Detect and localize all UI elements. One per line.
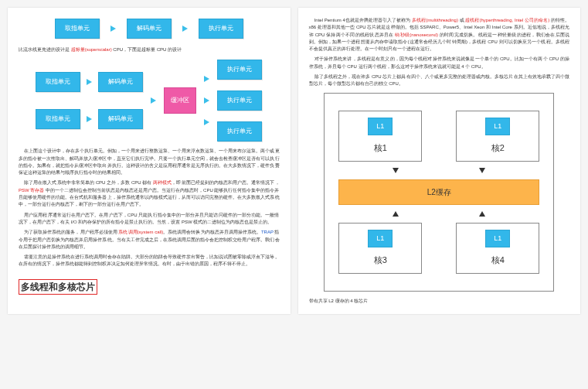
l1-cache: L1 [485, 230, 510, 248]
core-box: L1核1 [338, 111, 422, 162]
exec-unit: 执行单元 [217, 60, 262, 80]
arrow-icon [110, 26, 116, 32]
core-box: L1核4 [456, 223, 539, 274]
term-modes: 两种模式 [153, 180, 172, 185]
arrow-up-icon [479, 211, 485, 217]
decode-unit: 解码单元 [98, 109, 143, 129]
term-nanosecond: 纳秒级(nanosecond) [395, 32, 437, 37]
l2-cache: L2缓存 [338, 179, 539, 205]
paragraph: 在上面这个设计中，存在多个执行单元。例如，一个用来进行整数运算、一个用来浮点数运… [19, 148, 280, 176]
core-label: 核3 [374, 254, 387, 267]
term-superscalar: 超标量(superscalar) [71, 47, 112, 52]
arrow-icon [204, 76, 209, 82]
arrow-down-icon [393, 168, 399, 173]
fetch-unit: 取指单元 [36, 72, 80, 92]
arrow-icon [204, 119, 209, 125]
exec-unit: 执行单元 [217, 121, 262, 142]
text-line: 比流水线更先进的设计是 超标量(superscalar) CPU，下面是超标量 … [19, 46, 280, 53]
paragraph: 需要注意的是操作系统在进行系统调用时会存在陷阱。大部分的陷阱会导致硬件发出警告，… [19, 254, 280, 268]
fetch-unit: 取指单元 [36, 109, 80, 129]
core-box: L1核2 [456, 111, 539, 162]
term-syscall: 系统调用(system call) [118, 230, 163, 234]
paragraph: 除了多线程之外，现在许多 CPU 芯片上都具有四个、八个或更多完整的处理器或内核… [309, 73, 570, 88]
left-column: 取指单元 解码单元 执行单元 比流水线更先进的设计是 超标量(superscal… [8, 8, 291, 314]
arrow-icon [182, 26, 188, 32]
paragraph: 除了用在嵌入式系统中非常简单的 CPU 之外，多数 CPU 都有 两种模式，即前… [19, 179, 280, 208]
paragraph: 用户应用程序通常运行在用户态下。在用户态下，CPU 只能执行指令集中的一部分并且… [19, 212, 280, 227]
core-label: 核1 [374, 142, 387, 155]
arrow-icon [87, 79, 92, 85]
core-label: 核2 [491, 142, 505, 155]
arrow-icon [151, 97, 156, 104]
arrow-icon [204, 97, 209, 104]
term-psw: PSW 寄存器 [19, 188, 44, 193]
exec-unit: 执行单元 [199, 19, 243, 39]
paragraph: 为了获取操作系统的服务，用户程序必须使用 系统调用(system call)。系… [19, 229, 280, 251]
figure-caption: 带有共享 L2 缓存的 4 核芯片 [309, 298, 570, 305]
term-trap: TRAP [261, 230, 274, 234]
l1-cache: L1 [485, 118, 510, 136]
arrow-icon [87, 116, 92, 122]
term-multithreading: 多线程(multithreading) [412, 18, 458, 22]
l1-cache: L1 [368, 118, 393, 136]
superscalar-diagram: 取指单元解码单元 取指单元解码单元 缓冲区 执行单元 执行单元 执行单元 [19, 60, 280, 142]
l1-cache: L1 [368, 230, 393, 248]
arrow-up-icon [393, 211, 399, 217]
paragraph: Intel Pentium 4也就是奔腾处理器引入了被称为 多线程(multit… [309, 17, 570, 53]
term-hyperthreading: 超线程(hyperthreading, Intel 公司的命名) [465, 18, 549, 22]
chip-diagram: L1核1 L1核2 L2缓存 L1核3 L1核4 [324, 93, 554, 292]
fetch-unit: 取指单元 [55, 19, 100, 39]
paragraph: 对于操作系统来讲，多线程是有意义的，因为每个线程对操作系统来说就像是一个单个的 … [309, 56, 570, 70]
arrow-down-icon [479, 168, 485, 173]
decode-unit: 解码单元 [98, 72, 143, 92]
decode-unit: 解码单元 [127, 19, 172, 39]
buffer-unit: 缓冲区 [164, 87, 196, 114]
core-box: L1核3 [338, 223, 422, 274]
core-label: 核4 [491, 254, 505, 267]
right-column: Intel Pentium 4也就是奔腾处理器引入了被称为 多线程(multit… [298, 8, 581, 314]
heading: 多线程和多核芯片 [21, 280, 95, 294]
exec-unit: 执行单元 [217, 90, 262, 111]
pipeline-diagram: 取指单元 解码单元 执行单元 [19, 19, 280, 39]
document-page: 取指单元 解码单元 执行单元 比流水线更先进的设计是 超标量(superscal… [0, 0, 588, 322]
highlighted-heading: 多线程和多核芯片 [19, 279, 97, 295]
